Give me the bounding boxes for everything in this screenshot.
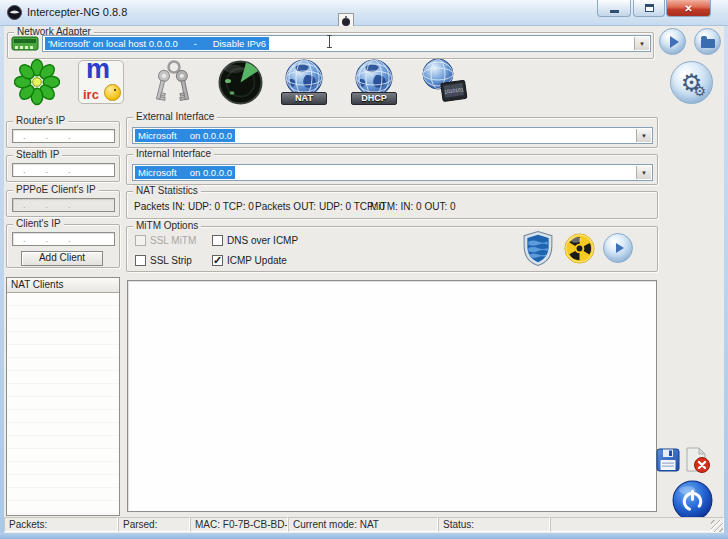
resize-grip[interactable] — [711, 520, 723, 532]
adapter-name: 'Microsoft' on local host 0.0.0.0 — [48, 38, 178, 49]
ssl-strip-checkbox[interactable]: SSL Strip — [135, 255, 192, 266]
ssl-strip-checkbox-label: SSL Strip — [150, 255, 192, 266]
pppoe-ip-label: PPPoE Client's IP — [13, 184, 99, 195]
nat-clients-header[interactable]: NAT Clients — [7, 278, 119, 293]
save-icon[interactable] — [656, 448, 680, 472]
external-interface-addr: on 0.0.0.0 — [190, 130, 232, 141]
stealth-ip-input[interactable]: . . . — [12, 163, 115, 177]
dns-over-icmp-checkbox-box[interactable] — [212, 235, 223, 246]
folder-icon — [701, 39, 715, 48]
status-packets: Packets: — [4, 517, 118, 532]
mirc-eye — [114, 89, 116, 91]
pppoe-ip-group: PPPoE Client's IP . . . — [6, 190, 120, 217]
stealth-ip-group: Stealth IP . . . — [6, 155, 120, 182]
icmp-update-checkbox-box[interactable] — [212, 255, 223, 266]
clients-ip-group: Client's IP . . . Add Client — [6, 224, 120, 268]
network-adapter-select[interactable]: 'Microsoft' on local host 0.0.0.0 - Disa… — [42, 35, 651, 52]
status-status: Status: — [438, 517, 550, 532]
window-title: Intercepter-NG 0.8.8 — [27, 6, 127, 18]
power-exit-button[interactable] — [672, 480, 713, 521]
external-interface-value: Microsoft on 0.0.0.0 — [135, 129, 235, 142]
mitm-stat: MiTM: IN: 0 OUT: 0 — [370, 201, 456, 212]
maximize-button[interactable] — [633, 0, 665, 17]
routers-ip-label: Router's IP — [13, 115, 68, 126]
app-window: Intercepter-NG 0.8.8 ✕ Network Adapter '… — [0, 0, 728, 539]
open-file-button[interactable] — [694, 28, 721, 55]
internal-interface-group: Internal Interface Microsoft on 0.0.0.0 … — [126, 154, 658, 185]
settings-button[interactable]: ⚙ ⚙ — [670, 61, 713, 104]
internal-interface-addr: on 0.0.0.0 — [190, 167, 232, 178]
dhcp-mode-icon[interactable]: DHCP — [348, 59, 400, 105]
mirc-m-glyph: m — [86, 54, 110, 85]
adapter-ipv6-option: Disable IPv6 — [213, 38, 266, 49]
dns-over-icmp-checkbox[interactable]: DNS over ICMP — [212, 235, 298, 246]
external-dropdown-arrow-icon[interactable]: ▼ — [636, 129, 651, 142]
mirc-mode-icon[interactable]: m irc — [78, 60, 124, 104]
add-client-button[interactable]: Add Client — [21, 251, 103, 266]
stealth-ip-label: Stealth IP — [13, 149, 62, 160]
internal-interface-name: Microsoft — [138, 167, 177, 178]
external-interface-label: External Interface — [133, 111, 217, 122]
external-interface-select[interactable]: Microsoft on 0.0.0.0 ▼ — [132, 127, 653, 144]
packets-in-stat: Packets IN: UDP: 0 TCP: 0 — [134, 201, 254, 212]
nat-statistics-group: NAT Statistics Packets IN: UDP: 0 TCP: 0… — [126, 191, 658, 219]
ssl-mitm-checkbox-box[interactable] — [135, 235, 146, 246]
statusbar: Packets: Parsed: MAC: F0-7B-CB-BD-08-04 … — [4, 517, 724, 533]
window-border-left — [0, 26, 4, 539]
ssl-mitm-checkbox[interactable]: SSL MiTM — [135, 235, 196, 246]
messengers-mode-icq-icon[interactable] — [14, 58, 60, 106]
internal-interface-label: Internal Interface — [133, 148, 214, 159]
nat-badge: NAT — [281, 92, 327, 105]
close-icon: ✕ — [684, 3, 692, 14]
play-icon — [670, 36, 679, 48]
internal-interface-select[interactable]: Microsoft on 0.0.0.0 ▼ — [132, 164, 653, 181]
icmp-update-checkbox[interactable]: ICMP Update — [212, 255, 287, 266]
mitm-start-button[interactable] — [603, 233, 633, 263]
clients-ip-label: Client's IP — [13, 218, 64, 229]
ssl-strip-checkbox-box[interactable] — [135, 255, 146, 266]
minimize-icon — [610, 10, 619, 13]
window-border-bottom — [0, 533, 728, 539]
close-button[interactable]: ✕ — [666, 0, 711, 17]
scan-mode-radar-icon[interactable] — [218, 60, 263, 105]
external-interface-name: Microsoft — [138, 130, 177, 141]
start-capture-button[interactable] — [659, 28, 686, 55]
nat-log-output[interactable] — [127, 280, 657, 512]
dns-over-icmp-checkbox-label: DNS over ICMP — [227, 235, 298, 246]
adapter-dropdown-arrow-icon[interactable]: ▼ — [634, 37, 649, 50]
shield-icon[interactable] — [522, 230, 554, 267]
titlebar[interactable]: Intercepter-NG 0.8.8 ✕ — [0, 0, 728, 26]
app-logo-icon — [7, 5, 22, 20]
raw-mode-icon[interactable]: 1010101 — [418, 58, 472, 106]
internal-interface-value: Microsoft on 0.0.0.0 — [135, 166, 235, 179]
maximize-icon — [645, 4, 654, 12]
mitm-play-icon — [616, 243, 624, 253]
status-parsed: Parsed: — [118, 517, 190, 532]
nat-clients-list-body[interactable] — [7, 293, 119, 515]
pppoe-ip-input: . . . — [12, 198, 115, 212]
dhcp-badge: DHCP — [351, 92, 397, 105]
internal-dropdown-arrow-icon[interactable]: ▼ — [636, 166, 651, 179]
clients-ip-input[interactable]: . . . — [12, 232, 115, 246]
packets-out-stat: Packets OUT: UDP: 0 TCP: 0 — [255, 201, 385, 212]
status-current-mode: Current mode: NAT — [288, 517, 438, 532]
nat-mode-icon[interactable]: NAT — [278, 59, 330, 105]
adapter-separator: - — [194, 38, 197, 49]
radiation-icon[interactable] — [564, 233, 595, 264]
passwords-mode-keys-icon[interactable] — [150, 58, 196, 106]
clear-delete-icon[interactable] — [684, 446, 710, 474]
minimize-button[interactable] — [597, 0, 631, 17]
mitm-options-group: MiTM Options SSL MiTM DNS over ICMP SSL … — [126, 226, 658, 272]
routers-ip-group: Router's IP . . . — [6, 121, 120, 148]
nat-clients-list[interactable]: NAT Clients — [6, 277, 120, 516]
external-interface-group: External Interface Microsoft on 0.0.0.0 … — [126, 117, 658, 148]
network-card-icon — [11, 36, 39, 53]
adapter-selected-value: 'Microsoft' on local host 0.0.0.0 - Disa… — [45, 37, 269, 50]
gear-small-icon: ⚙ — [693, 84, 706, 98]
icmp-update-checkbox-label: ICMP Update — [227, 255, 287, 266]
mirc-irc-glyph: irc — [83, 87, 99, 102]
window-border-right — [724, 26, 728, 539]
mitm-options-label: MiTM Options — [133, 220, 201, 231]
routers-ip-input[interactable]: . . . — [12, 129, 115, 143]
nat-statistics-label: NAT Statistics — [133, 185, 201, 196]
